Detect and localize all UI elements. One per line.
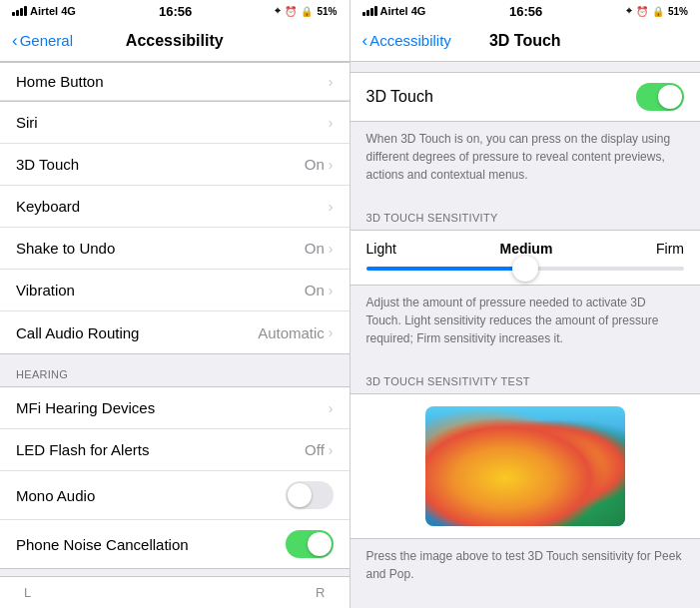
phone-noise-label: Phone Noise Cancellation	[16, 536, 189, 553]
right-back-button[interactable]: ‹ Accessibility	[362, 31, 451, 51]
back-chevron-icon: ‹	[12, 31, 18, 51]
led-flash-row[interactable]: LED Flash for Alerts Off ›	[0, 429, 350, 471]
flower-test-image[interactable]	[425, 406, 625, 526]
home-button-chevron-icon: ›	[329, 74, 334, 90]
mono-audio-toggle[interactable]	[286, 481, 334, 509]
3d-touch-chevron-icon: ›	[329, 157, 334, 173]
right-nav-bar: ‹ Accessibility 3D Touch	[350, 22, 701, 62]
status-right: ⌖ ⏰ 🔒 51%	[275, 5, 337, 17]
vibration-right: On ›	[305, 282, 334, 299]
left-phone: Airtel 4G 16:56 ⌖ ⏰ 🔒 51% ‹ General Acce…	[0, 0, 350, 608]
siri-label: Siri	[16, 114, 38, 131]
hearing-section-header: HEARING	[0, 354, 350, 386]
carrier-label: Airtel 4G	[30, 5, 76, 17]
test-section: 3D TOUCH SENSITIVITY TEST Press the imag…	[350, 361, 701, 597]
mono-audio-label: Mono Audio	[16, 487, 95, 504]
mono-audio-row[interactable]: Mono Audio	[0, 471, 350, 520]
3d-touch-main-row[interactable]: 3D Touch	[350, 72, 701, 122]
phone-noise-knob	[308, 532, 332, 556]
right-time-label: 16:56	[509, 4, 542, 19]
3d-touch-value: On	[305, 156, 325, 173]
keyboard-right: ›	[329, 199, 334, 215]
vibration-chevron-icon: ›	[329, 283, 334, 299]
sensitivity-header: 3D TOUCH SENSITIVITY	[350, 198, 701, 230]
right-back-chevron-icon: ‹	[362, 31, 368, 51]
right-status-right: ⌖ ⏰ 🔒 51%	[626, 5, 688, 17]
alarm-icon: ⏰	[285, 6, 297, 17]
call-audio-row[interactable]: Call Audio Routing Automatic ›	[0, 311, 350, 353]
3d-touch-label: 3D Touch	[16, 156, 79, 173]
phone-noise-toggle[interactable]	[286, 530, 334, 558]
nav-title: Accessibility	[126, 32, 224, 50]
left-bottom-bar: L R	[0, 576, 350, 608]
home-button-row[interactable]: Home Button ›	[0, 62, 350, 101]
flower-image-inner	[425, 406, 625, 526]
bottom-left-label: L	[24, 585, 31, 600]
sensitivity-section: 3D TOUCH SENSITIVITY Light Medium Firm	[350, 198, 701, 286]
keyboard-row[interactable]: Keyboard ›	[0, 186, 350, 228]
mono-audio-right	[286, 481, 334, 509]
keyboard-chevron-icon: ›	[329, 199, 334, 215]
right-nav-title: 3D Touch	[489, 32, 561, 50]
siri-chevron-icon: ›	[329, 115, 334, 131]
call-audio-value: Automatic	[258, 324, 325, 341]
3d-touch-main-knob	[658, 85, 682, 109]
led-flash-chevron-icon: ›	[329, 442, 334, 458]
3d-touch-description: When 3D Touch is on, you can press on th…	[350, 122, 701, 198]
slider-thumb[interactable]	[512, 256, 538, 282]
back-label: General	[20, 32, 73, 49]
sensitivity-slider-container[interactable]	[350, 263, 701, 286]
call-audio-label: Call Audio Routing	[16, 324, 139, 341]
battery-label: 51%	[317, 6, 337, 17]
right-status-left: Airtel 4G	[362, 5, 426, 17]
keyboard-label: Keyboard	[16, 198, 80, 215]
mono-audio-knob	[288, 483, 312, 507]
right-alarm-icon: ⏰	[636, 6, 648, 17]
phone-noise-right	[286, 530, 334, 558]
phone-noise-row[interactable]: Phone Noise Cancellation	[0, 520, 350, 568]
shake-undo-chevron-icon: ›	[329, 241, 334, 257]
3d-touch-content[interactable]: 3D Touch When 3D Touch is on, you can pr…	[350, 62, 701, 608]
back-button[interactable]: ‹ General	[12, 31, 73, 51]
gps-icon: ⌖	[275, 5, 281, 17]
firm-label: Firm	[656, 241, 684, 257]
vibration-row[interactable]: Vibration On ›	[0, 270, 350, 311]
left-nav-bar: ‹ General Accessibility	[0, 22, 350, 62]
3d-touch-main-toggle[interactable]	[636, 83, 684, 111]
mfi-chevron-icon: ›	[329, 400, 334, 416]
shake-undo-value: On	[305, 240, 325, 257]
call-audio-chevron-icon: ›	[329, 324, 334, 340]
noise-cancellation-note: Noise cancellation reduces ambient noise…	[0, 569, 350, 576]
slider-track[interactable]	[366, 267, 685, 271]
test-caption: Press the image above to test 3D Touch s…	[350, 539, 701, 597]
siri-right: ›	[329, 115, 334, 131]
right-status-bar: Airtel 4G 16:56 ⌖ ⏰ 🔒 51%	[350, 0, 701, 22]
led-flash-right: Off ›	[305, 441, 333, 458]
light-label: Light	[366, 241, 396, 257]
shake-undo-label: Shake to Undo	[16, 240, 115, 257]
3d-touch-row[interactable]: 3D Touch On ›	[0, 144, 350, 186]
right-back-label: Accessibility	[369, 32, 451, 49]
medium-label: Medium	[499, 241, 552, 257]
hearing-section: HEARING MFi Hearing Devices › LED Flash …	[0, 354, 350, 569]
siri-row[interactable]: Siri ›	[0, 102, 350, 144]
signal-icon	[12, 6, 27, 16]
hearing-settings-list: MFi Hearing Devices › LED Flash for Aler…	[0, 386, 350, 569]
right-gps-icon: ⌖	[626, 5, 632, 17]
top-spacer	[350, 62, 701, 72]
right-phone: Airtel 4G 16:56 ⌖ ⏰ 🔒 51% ‹ Accessibilit…	[350, 0, 701, 608]
left-status-bar: Airtel 4G 16:56 ⌖ ⏰ 🔒 51%	[0, 0, 350, 22]
3d-touch-main-label: 3D Touch	[366, 88, 433, 106]
led-flash-label: LED Flash for Alerts	[16, 441, 149, 458]
shake-undo-row[interactable]: Shake to Undo On ›	[0, 228, 350, 270]
status-left: Airtel 4G	[12, 5, 76, 17]
mfi-hearing-right: ›	[329, 400, 334, 416]
left-scroll-content[interactable]: Home Button › Siri › 3D Touch On ›	[0, 62, 350, 576]
call-audio-right: Automatic ›	[258, 324, 333, 341]
time-label: 16:56	[159, 4, 192, 19]
right-lock-icon: 🔒	[652, 6, 664, 17]
mfi-hearing-row[interactable]: MFi Hearing Devices ›	[0, 387, 350, 429]
main-settings-list: Siri › 3D Touch On › Keyboard ›	[0, 101, 350, 354]
test-image-container[interactable]	[350, 393, 701, 539]
right-carrier-label: Airtel 4G	[380, 5, 426, 17]
